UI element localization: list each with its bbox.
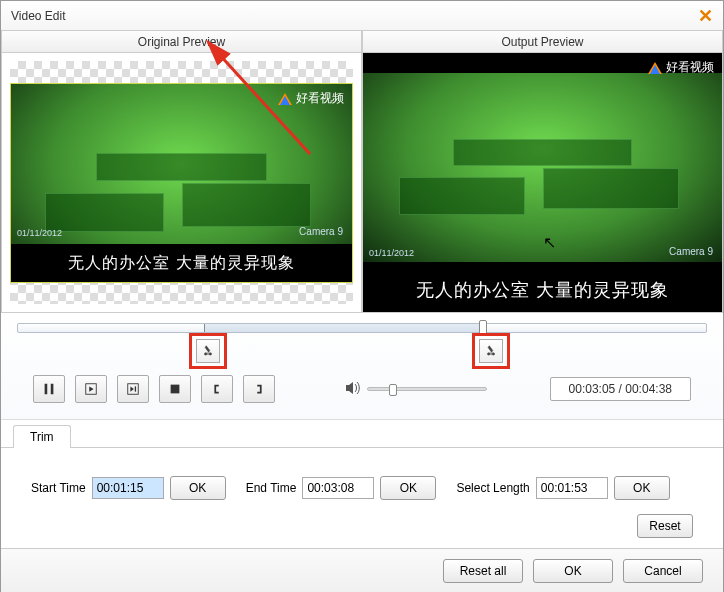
trim-in-button[interactable] [196,339,220,363]
mark-out-button[interactable] [243,375,275,403]
playback-controls: 00:03:05 / 00:04:38 [17,369,707,415]
select-length-input[interactable] [536,477,608,499]
trim-out-button[interactable] [479,339,503,363]
svg-rect-1 [45,384,48,395]
preview-row: Original Preview 好看视频 01/11/2012 Camera … [1,31,723,313]
volume-control [345,381,487,398]
footer: Reset all OK Cancel [1,548,723,592]
watermark-icon: 好看视频 [648,59,714,76]
tabs: Trim [1,424,723,448]
video-date: 01/11/2012 [17,228,62,238]
start-time-input[interactable] [92,477,164,499]
camera-label: Camera 9 [296,225,346,238]
video-caption: 无人的办公室 大量的灵异现象 [363,268,722,312]
svg-rect-2 [51,384,54,395]
output-preview-header: Output Preview [362,31,723,53]
reset-all-button[interactable]: Reset all [443,559,523,583]
start-ok-button[interactable]: OK [170,476,226,500]
video-date: 01/11/2012 [369,248,414,258]
output-video-frame: 好看视频 01/11/2012 Camera 9 无人的办公室 大量的灵异现象 … [363,53,722,312]
end-ok-button[interactable]: OK [380,476,436,500]
step-button[interactable] [117,375,149,403]
tab-trim[interactable]: Trim [13,425,71,448]
trim-panel: Start Time OK End Time OK Select Length … [1,448,723,510]
end-time-input[interactable] [302,477,374,499]
select-length-label: Select Length [456,481,529,495]
speaker-icon[interactable] [345,381,361,398]
mark-in-button[interactable] [201,375,233,403]
volume-slider[interactable] [367,387,487,391]
svg-rect-5 [135,386,136,391]
end-time-label: End Time [246,481,297,495]
timeline-area: 00:03:05 / 00:04:38 [1,313,723,420]
reset-button[interactable]: Reset [637,514,693,538]
output-preview-pane[interactable]: 好看视频 01/11/2012 Camera 9 无人的办公室 大量的灵异现象 … [362,53,723,313]
pause-button[interactable] [33,375,65,403]
stop-button[interactable] [159,375,191,403]
camera-label: Camera 9 [666,245,716,258]
length-ok-button[interactable]: OK [614,476,670,500]
timeline-track[interactable] [17,323,707,333]
play-button[interactable] [75,375,107,403]
cancel-button[interactable]: Cancel [623,559,703,583]
video-caption: 无人的办公室 大量的灵异现象 [11,244,352,282]
titlebar: Video Edit ✕ [1,1,723,31]
svg-rect-6 [171,385,180,394]
original-video-frame: 好看视频 01/11/2012 Camera 9 无人的办公室 大量的灵异现象 [10,83,353,283]
close-icon[interactable]: ✕ [698,5,713,27]
video-edit-window: Video Edit ✕ Original Preview 好看视频 01/11… [0,0,724,592]
original-preview-pane[interactable]: 好看视频 01/11/2012 Camera 9 无人的办公室 大量的灵异现象 [1,53,362,313]
time-display: 00:03:05 / 00:04:38 [550,377,691,401]
ok-button[interactable]: OK [533,559,613,583]
window-title: Video Edit [11,9,66,23]
watermark-icon: 好看视频 [278,90,344,107]
original-preview-header: Original Preview [1,31,362,53]
start-time-label: Start Time [31,481,86,495]
